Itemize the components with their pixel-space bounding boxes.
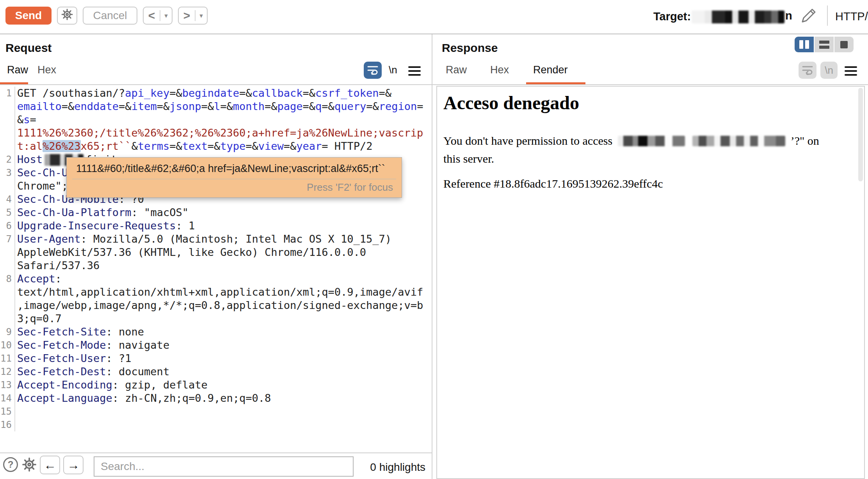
gear-icon bbox=[60, 8, 74, 24]
line-number bbox=[0, 126, 15, 140]
code-row[interactable]: t:al%26%23x65;rt``&terms=&text=&type=&vi… bbox=[0, 140, 432, 153]
pencil-icon bbox=[800, 20, 818, 26]
line-number: 16 bbox=[0, 418, 15, 431]
line-number: 1 bbox=[0, 87, 15, 100]
code-row[interactable]: 8Accept: bbox=[0, 272, 432, 286]
search-prev-button[interactable]: ← bbox=[40, 456, 60, 474]
response-panel-title: Response bbox=[442, 41, 498, 55]
line-number bbox=[0, 312, 15, 325]
code-row[interactable]: 10Sec-Fetch-Mode: navigate bbox=[0, 339, 432, 352]
search-settings-button[interactable] bbox=[21, 456, 37, 474]
line-number: 13 bbox=[0, 378, 15, 392]
request-panel-title: Request bbox=[5, 41, 52, 55]
show-newlines-button[interactable]: \n bbox=[389, 64, 397, 76]
line-number bbox=[0, 100, 15, 113]
layout-toggle-group bbox=[795, 37, 854, 52]
cancel-button[interactable]: Cancel bbox=[83, 7, 137, 25]
chevron-down-icon[interactable]: ▾ bbox=[196, 12, 207, 20]
bottom-bar-divider bbox=[0, 452, 432, 453]
request-editor-rows[interactable]: 1GET /southasian/?api_key=&begindate=&ca… bbox=[0, 87, 432, 431]
edit-target-button[interactable] bbox=[800, 6, 818, 25]
hamburger-icon bbox=[408, 66, 421, 68]
line-number: 7 bbox=[0, 232, 15, 246]
line-number: 6 bbox=[0, 219, 15, 232]
search-next-button[interactable]: → bbox=[63, 456, 84, 474]
code-row[interactable]: 12Sec-Fetch-Dest: document bbox=[0, 365, 432, 378]
code-row[interactable]: 9Sec-Fetch-Site: none bbox=[0, 325, 432, 339]
response-tab-hex[interactable]: Hex bbox=[490, 64, 509, 76]
code-row[interactable]: emailto=&enddate=&item=&jsonp=&l=&month=… bbox=[0, 100, 432, 113]
code-row[interactable]: &s= bbox=[0, 113, 432, 126]
line-number: 11 bbox=[0, 352, 15, 365]
line-number: 14 bbox=[0, 392, 15, 405]
arrow-left-icon: ← bbox=[44, 458, 56, 472]
code-row[interactable]: 11Sec-Fetch-User: ?1 bbox=[0, 352, 432, 365]
chevron-right-icon: > bbox=[179, 7, 195, 24]
code-row[interactable]: 15 bbox=[0, 405, 432, 418]
code-row[interactable]: 1GET /southasian/?api_key=&begindate=&ca… bbox=[0, 87, 432, 100]
request-menu-button[interactable] bbox=[408, 66, 421, 76]
gear-icon bbox=[21, 467, 37, 474]
chevron-left-icon: < bbox=[144, 7, 160, 24]
line-number: 10 bbox=[0, 339, 15, 352]
line-number: 3 bbox=[0, 166, 15, 179]
chevron-down-icon[interactable]: ▾ bbox=[160, 12, 172, 20]
line-number: 9 bbox=[0, 325, 15, 339]
code-row[interactable]: ,image/webp,image/apng,*/*;q=0.8,applica… bbox=[0, 299, 432, 312]
line-number bbox=[0, 259, 15, 272]
protocol-label: HTTP/2 bbox=[835, 10, 868, 23]
line-number: 2 bbox=[0, 153, 15, 166]
line-number: 8 bbox=[0, 272, 15, 286]
send-settings-button[interactable] bbox=[57, 7, 77, 25]
word-wrap-toggle-button[interactable] bbox=[364, 62, 382, 79]
response-menu-button[interactable] bbox=[845, 66, 857, 76]
code-row[interactable]: AppleWebKit/537.36 (KHTML, like Gecko) C… bbox=[0, 246, 432, 259]
target-host-redacted bbox=[692, 11, 784, 23]
request-tab-raw[interactable]: Raw bbox=[7, 64, 28, 76]
highlights-count: 0 highlights bbox=[351, 461, 425, 474]
history-back-button[interactable]: < ▾ bbox=[143, 7, 173, 25]
burp-repeater-window: Send Cancel < ▾ > ▾ Target: n bbox=[0, 0, 868, 479]
code-row[interactable]: text/html,application/xhtml+xml,applicat… bbox=[0, 286, 432, 299]
code-row[interactable]: 7User-Agent: Mozilla/5.0 (Macintosh; Int… bbox=[0, 232, 432, 246]
word-wrap-toggle-button-disabled[interactable] bbox=[799, 62, 816, 79]
layout-single-button[interactable] bbox=[834, 37, 854, 52]
response-tab-raw[interactable]: Raw bbox=[446, 64, 467, 76]
code-row[interactable]: 13Accept-Encoding: gzip, deflate bbox=[0, 378, 432, 392]
code-row[interactable]: 5Sec-Ch-Ua-Platform: "macOS" bbox=[0, 206, 432, 219]
code-row[interactable]: 16 bbox=[0, 418, 432, 431]
toolbar-divider bbox=[827, 5, 828, 26]
line-number bbox=[0, 179, 15, 193]
line-number bbox=[0, 113, 15, 126]
value-preview-tooltip: 1111&#60;/title&#62;&#60;a href=ja&NewLi… bbox=[66, 157, 402, 198]
panel-splitter[interactable] bbox=[432, 34, 432, 479]
layout-rows-button[interactable] bbox=[814, 37, 834, 52]
render-redacted-url-part1 bbox=[618, 136, 685, 146]
tooltip-decoded-value: 1111&#60;/title&#62;&#60;a href=ja&NewLi… bbox=[67, 158, 402, 175]
render-body-line1: You don't have permission to access ’?" … bbox=[443, 134, 819, 147]
line-number: 5 bbox=[0, 206, 15, 219]
show-newlines-button-disabled[interactable]: \n bbox=[820, 62, 838, 79]
target-host-suffix: n bbox=[785, 9, 792, 22]
render-scrollbar-thumb[interactable] bbox=[858, 88, 863, 181]
layout-columns-button[interactable] bbox=[795, 37, 814, 52]
code-row[interactable]: Safari/537.36 bbox=[0, 259, 432, 272]
line-number bbox=[0, 246, 15, 259]
render-reference: Reference #18.8f6adc17.1695139262.39effc… bbox=[443, 177, 663, 190]
response-tab-render[interactable]: Render bbox=[533, 64, 568, 76]
code-row[interactable]: 14Accept-Language: zh-CN,zh;q=0.9,en;q=0… bbox=[0, 392, 432, 405]
code-row[interactable]: 3;q=0.7 bbox=[0, 312, 432, 325]
help-button[interactable]: ? bbox=[3, 457, 18, 472]
render-redacted-url-part2 bbox=[692, 136, 785, 146]
code-row[interactable]: 1111%26%2360;/title%26%2362;%26%2360;a+h… bbox=[0, 126, 432, 140]
request-tab-hex[interactable]: Hex bbox=[37, 64, 56, 76]
request-tabs-divider bbox=[0, 84, 432, 85]
render-page-heading: Acceso denegado bbox=[443, 92, 579, 114]
history-forward-button[interactable]: > ▾ bbox=[178, 7, 208, 25]
search-input[interactable] bbox=[94, 456, 354, 477]
line-number bbox=[0, 140, 15, 153]
columns-layout-icon bbox=[799, 40, 803, 49]
send-button[interactable]: Send bbox=[5, 7, 52, 25]
response-tabs-divider bbox=[432, 84, 868, 85]
code-row[interactable]: 6Upgrade-Insecure-Requests: 1 bbox=[0, 219, 432, 232]
